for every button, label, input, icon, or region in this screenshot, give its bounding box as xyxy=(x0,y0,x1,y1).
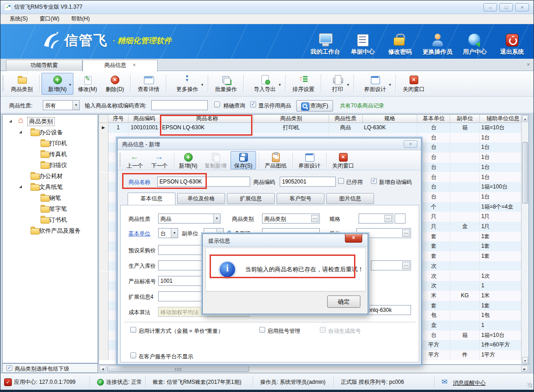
tree-item-钢笔[interactable]: 钢笔 xyxy=(3,192,98,203)
dropdown-arrow-icon[interactable]: ▼ xyxy=(388,83,392,87)
tree-item-签字笔[interactable]: 签字笔 xyxy=(3,203,98,214)
dialog-tab-单位及价格[interactable]: 单位及价格 xyxy=(177,193,225,204)
message-box-title-bar[interactable]: 提示信息 × xyxy=(203,234,368,247)
horizontal-scrollbar[interactable]: ◀ ▶ xyxy=(98,365,529,373)
chevron-down-icon[interactable]: ▼ xyxy=(213,214,220,223)
status-item-text[interactable]: 消息提醒中心 xyxy=(453,379,486,387)
chevron-down-icon[interactable]: ▼ xyxy=(72,101,79,110)
expander-icon[interactable] xyxy=(9,120,12,122)
banner-action-修改密码[interactable]: 修改密码 xyxy=(381,27,419,57)
ribbon-button-修改(M)[interactable]: 修改(M) xyxy=(75,73,100,95)
ribbon-button-新增(N)[interactable]: 新增(N)▼ xyxy=(41,73,73,95)
horizontal-scroll-thumb[interactable] xyxy=(107,366,249,372)
ok-button[interactable]: 确定 xyxy=(327,295,360,308)
tree-item-软件产品及服务[interactable]: 软件产品及服务 xyxy=(3,225,98,236)
ribbon-button-删除(D)[interactable]: 删除(D) xyxy=(102,73,128,95)
stopped-checkbox[interactable] xyxy=(338,178,344,184)
product-code-input[interactable] xyxy=(280,177,336,187)
right-hidden-field[interactable]: … xyxy=(371,260,411,270)
column-header-商品性质[interactable]: 商品性质 xyxy=(329,115,363,122)
status-item-6[interactable]: 消息提醒中心 xyxy=(442,378,486,387)
include-sub-checkbox[interactable] xyxy=(6,365,12,371)
menu-item-系统(S)[interactable]: 系统(S) xyxy=(5,14,32,24)
column-header-商品名称[interactable]: 商品名称 xyxy=(161,115,254,122)
tree-item-打印机[interactable]: 打印机 xyxy=(3,137,98,148)
expander-icon[interactable] xyxy=(19,185,22,188)
table-row[interactable]: ▶1100101001EPSON LQ-630K打印机商品LQ-630K台箱1箱… xyxy=(99,123,521,133)
ribbon-button-商品类别[interactable]: 商品类别 xyxy=(7,73,37,95)
dropdown-arrow-icon[interactable]: ▼ xyxy=(200,83,204,87)
scroll-right-icon[interactable]: ▶ xyxy=(521,366,528,372)
tabbar-close-icon[interactable]: × xyxy=(527,61,530,68)
tab-功能导航窗[interactable]: 功能导航窗 xyxy=(6,60,82,71)
banner-action-退出系统[interactable]: 退出系统 xyxy=(493,27,531,57)
ribbon-button-查看详情[interactable]: 查看详情 xyxy=(134,73,164,95)
menu-item-窗口(W)[interactable]: 窗口(W) xyxy=(35,14,64,24)
ribbon-button-更多操作[interactable]: 更多操作▼ xyxy=(169,73,205,95)
weight-mode-checkbox[interactable] xyxy=(130,327,136,333)
maximize-button[interactable]: □ xyxy=(499,3,513,11)
tree-item-办公设备[interactable]: 办公设备 xyxy=(3,127,98,137)
dialog-title-bar[interactable]: 商品信息 - 新增 × xyxy=(118,138,421,150)
column-header-商品类别[interactable]: 商品类别 xyxy=(254,115,329,122)
column-header-商品编码[interactable]: 商品编码 xyxy=(128,115,161,122)
product-name-input[interactable] xyxy=(157,177,250,187)
location-picker-button[interactable]: … xyxy=(402,229,410,237)
dialog-tab-图片信息[interactable]: 图片信息 xyxy=(326,193,374,204)
nature-select[interactable]: 商品 ▼ xyxy=(158,214,221,224)
dialog-button-关闭窗口[interactable]: 关闭窗口 xyxy=(329,151,357,169)
dropdown-arrow-icon[interactable]: ▼ xyxy=(278,83,282,87)
batch-checkbox[interactable] xyxy=(259,327,265,333)
tree-item-传真机[interactable]: 传真机 xyxy=(3,148,98,159)
exact-query-checkbox[interactable] xyxy=(214,102,220,107)
dialog-button-产品图纸[interactable]: 产品图纸 xyxy=(262,151,290,169)
search-input[interactable] xyxy=(151,100,208,110)
menu-item-帮助(H)[interactable]: 帮助(H) xyxy=(67,14,94,24)
column-header-基本单位[interactable]: 基本单位 xyxy=(417,115,450,122)
tree-item-办公耗材[interactable]: 办公耗材 xyxy=(3,170,98,181)
base-unit-label[interactable]: 基本单位 xyxy=(128,230,150,238)
resize-grip[interactable] xyxy=(528,383,532,387)
query-button[interactable]: 查询(F) xyxy=(296,100,333,112)
ribbon-button-界面设计[interactable]: 界面设计▼ xyxy=(357,73,393,95)
ribbon-button-关闭窗口[interactable]: 关闭窗口 xyxy=(399,73,429,95)
dialog-button-保存(S)[interactable]: 保存(S) xyxy=(231,151,256,169)
tree-item-订书机[interactable]: 订书机 xyxy=(3,214,98,225)
minimize-button[interactable]: – xyxy=(483,3,497,11)
chevron-down-icon[interactable]: ▼ xyxy=(171,229,178,238)
nature-filter-select[interactable]: 所有 ▼ xyxy=(43,100,80,110)
close-button[interactable]: × xyxy=(515,3,529,11)
scroll-left-icon[interactable]: ◀ xyxy=(99,366,106,372)
banner-action-我的工作台[interactable]: 我的工作台 xyxy=(307,27,344,57)
ribbon-button-导入导出[interactable]: 导入导出▼ xyxy=(246,73,283,95)
tab-close-icon[interactable]: × xyxy=(133,60,136,71)
right-hidden-picker-button[interactable]: … xyxy=(402,262,410,269)
column-header-序号[interactable]: 序号 xyxy=(108,115,128,122)
ribbon-button-打印[interactable]: 打印▼ xyxy=(324,73,351,95)
spec-extra-field[interactable] xyxy=(395,214,406,224)
base-unit-select[interactable]: 台 ▼ xyxy=(158,228,178,238)
hide-platform-checkbox[interactable] xyxy=(130,352,136,358)
dropdown-arrow-icon[interactable]: ▼ xyxy=(346,83,350,87)
scroll-up-icon[interactable]: ▲ xyxy=(522,115,528,122)
dropdown-arrow-icon[interactable]: ▼ xyxy=(68,83,72,87)
category-picker-button[interactable]: … xyxy=(311,215,318,222)
tree-item-扫描仪[interactable]: 扫描仪 xyxy=(3,159,98,170)
banner-action-用户中心[interactable]: 用户中心 xyxy=(456,27,493,57)
tree-item-文具纸笔[interactable]: 文具纸笔 xyxy=(3,181,98,192)
ribbon-button-排序设置[interactable]: 排序设置 xyxy=(288,73,318,95)
show-stopped-checkbox[interactable] xyxy=(250,102,256,107)
dialog-tab-客户型号[interactable]: 客户型号 xyxy=(277,193,324,204)
message-box-close-button[interactable]: × xyxy=(345,234,362,243)
spec-picker-button[interactable]: … xyxy=(385,215,392,222)
dialog-close-button[interactable]: × xyxy=(404,140,417,148)
column-header-规格[interactable]: 规格 xyxy=(363,115,418,122)
vertical-scroll-thumb[interactable] xyxy=(522,142,528,204)
tree-item-商品类别[interactable]: 商品类别 xyxy=(3,116,98,127)
spec-field[interactable]: … xyxy=(359,214,393,224)
banner-action-单据中心[interactable]: 单据中心 xyxy=(344,27,381,57)
scroll-down-icon[interactable]: ▼ xyxy=(522,357,528,364)
category-field[interactable]: 商品类别 … xyxy=(262,214,320,224)
tab-商品信息[interactable]: 商品信息× xyxy=(82,60,158,71)
autocode-checkbox[interactable] xyxy=(371,178,377,184)
